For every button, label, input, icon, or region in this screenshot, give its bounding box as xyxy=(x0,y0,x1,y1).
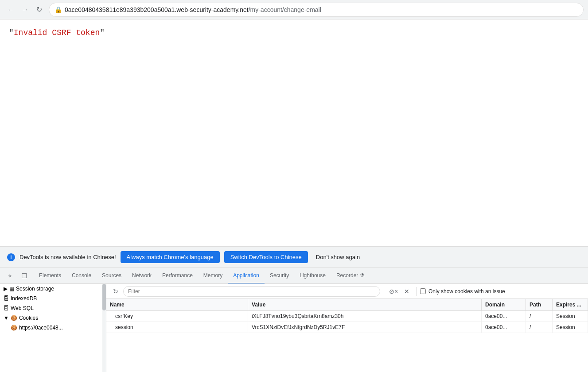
table-row[interactable]: csrfKey iXLFJ8Tvno19ybu3QsbrtaKrn8amz30h… xyxy=(106,311,588,322)
sidebar-scrollbar-thumb[interactable] xyxy=(102,284,106,310)
expand-icon: ▼ xyxy=(4,315,9,321)
tab-lighthouse[interactable]: Lighthouse xyxy=(294,268,331,284)
tab-console[interactable]: Console xyxy=(66,268,97,284)
quote-open: " xyxy=(9,28,14,37)
header-value[interactable]: Value xyxy=(248,299,482,310)
page-content: "Invalid CSRF token" xyxy=(0,19,588,246)
sidebar-item-label: Session storage xyxy=(16,286,54,292)
header-domain[interactable]: Domain xyxy=(482,299,526,310)
match-language-button[interactable]: Always match Chrome's language xyxy=(121,251,220,263)
sidebar-item-label: Web SQL xyxy=(11,305,34,311)
expand-icon: ▶ xyxy=(4,286,8,292)
nav-buttons: ← → ↻ xyxy=(4,4,45,16)
only-issue-checkbox[interactable] xyxy=(420,288,426,294)
cell-value-csrfkey: iXLFJ8Tvno19ybu3QsbrtaKrn8amz30h xyxy=(248,311,482,322)
cookies-table: Name Value Domain Path Expires ... csrfK… xyxy=(106,299,588,372)
table-icon: ▦ xyxy=(9,286,14,292)
lock-icon: 🔒 xyxy=(55,6,62,13)
cell-expires-csrfkey: Session xyxy=(553,311,588,322)
url-host: 0ace00480435811e89a393b200a500a1.web-sec… xyxy=(65,6,249,13)
db-icon: 🗄 xyxy=(4,305,9,311)
device-toolbar-button[interactable]: ☐ xyxy=(18,270,30,282)
table-row[interactable]: session VrcS1XNziDvEfJxNfgrdNzDy5RJ1vE7F… xyxy=(106,322,588,333)
browser-chrome: ← → ↻ 🔒 0ace00480435811e89a393b200a500a1… xyxy=(0,0,588,19)
only-issue-label[interactable]: Only show cookies with an issue xyxy=(420,288,505,294)
tab-elements[interactable]: Elements xyxy=(34,268,66,284)
clear-all-button[interactable]: ✕ xyxy=(401,286,413,297)
devtools-notification: i DevTools is now available in Chinese! … xyxy=(0,246,588,267)
cell-domain-csrfkey: 0ace00... xyxy=(482,311,526,322)
toolbar-separator-2 xyxy=(416,287,417,296)
sidebar-item-indexeddb[interactable]: 🗄 IndexedDB xyxy=(0,294,106,303)
tab-network[interactable]: Network xyxy=(127,268,157,284)
csrf-message: "Invalid CSRF token" xyxy=(9,28,579,37)
cookies-toolbar: ↻ ⊘× ✕ Only show cookies with an issue xyxy=(106,284,588,299)
cell-path-session: / xyxy=(526,322,553,333)
sidebar-item-label: IndexedDB xyxy=(11,295,37,302)
url-display: 0ace00480435811e89a393b200a500a1.web-sec… xyxy=(65,6,321,13)
sidebar-scrollbar-track xyxy=(102,284,106,372)
cell-value-session: VrcS1XNziDvEfJxNfgrdNzDy5RJ1vE7F xyxy=(248,322,482,333)
cell-name-csrfkey: csrfKey xyxy=(106,311,248,322)
dont-show-again-button[interactable]: Don't show again xyxy=(312,251,363,263)
notification-message: DevTools is now available in Chinese! xyxy=(19,254,116,260)
devtools-sidebar: ▶ ▦ Session storage 🗄 IndexedDB 🗄 Web SQ… xyxy=(0,284,106,372)
header-path[interactable]: Path xyxy=(526,299,553,310)
devtools-tabs-bar: ⌖ ☐ Elements Console Sources Network Per… xyxy=(0,267,588,283)
toolbar-separator xyxy=(384,287,384,296)
cookie-icon: 🍪 xyxy=(11,325,17,331)
devtools-main-panel: ↻ ⊘× ✕ Only show cookies with an issue N… xyxy=(106,284,588,372)
table-header: Name Value Domain Path Expires ... xyxy=(106,299,588,311)
tab-security[interactable]: Security xyxy=(265,268,294,284)
devtools-icon-buttons: ⌖ ☐ xyxy=(4,270,30,282)
tab-performance[interactable]: Performance xyxy=(157,268,198,284)
quote-close: " xyxy=(100,28,105,37)
sidebar-item-cookies[interactable]: ▼ 🍪 Cookies xyxy=(0,313,106,323)
sidebar-item-label: Cookies xyxy=(19,315,38,321)
sidebar-item-websql[interactable]: 🗄 Web SQL xyxy=(0,303,106,313)
cell-path-csrfkey: / xyxy=(526,311,553,322)
sidebar-item-label: https://0ace0048... xyxy=(19,325,63,331)
switch-chinese-button[interactable]: Switch DevTools to Chinese xyxy=(224,251,308,263)
refresh-button[interactable]: ↻ xyxy=(33,4,45,16)
filter-input[interactable] xyxy=(123,286,380,297)
cell-expires-session: Session xyxy=(553,322,588,333)
only-issue-text: Only show cookies with an issue xyxy=(428,288,505,294)
info-icon: i xyxy=(7,253,15,261)
clear-filtered-button[interactable]: ⊘× xyxy=(388,286,399,297)
inspect-element-button[interactable]: ⌖ xyxy=(4,270,16,282)
cell-name-session: session xyxy=(106,322,248,333)
url-path: /my-account/change-email xyxy=(249,6,321,13)
header-name[interactable]: Name xyxy=(106,299,248,310)
back-button[interactable]: ← xyxy=(4,4,17,16)
db-icon: 🗄 xyxy=(4,295,9,302)
cookie-icon: 🍪 xyxy=(11,315,17,321)
address-bar[interactable]: 🔒 0ace00480435811e89a393b200a500a1.web-s… xyxy=(49,3,584,17)
sidebar-item-cookie-url[interactable]: 🍪 https://0ace0048... xyxy=(0,323,106,333)
cell-domain-session: 0ace00... xyxy=(482,322,526,333)
refresh-cookies-button[interactable]: ↻ xyxy=(110,286,121,297)
invalid-csrf-text: Invalid CSRF token xyxy=(14,28,100,37)
header-expires[interactable]: Expires ... xyxy=(553,299,588,310)
tab-sources[interactable]: Sources xyxy=(97,268,127,284)
devtools-panel: ▶ ▦ Session storage 🗄 IndexedDB 🗄 Web SQ… xyxy=(0,283,588,372)
forward-button[interactable]: → xyxy=(19,4,31,16)
sidebar-item-session-storage[interactable]: ▶ ▦ Session storage xyxy=(0,284,106,294)
tab-application[interactable]: Application xyxy=(228,268,265,284)
tab-recorder[interactable]: Recorder ⚗ xyxy=(331,268,370,284)
tab-memory[interactable]: Memory xyxy=(198,268,228,284)
